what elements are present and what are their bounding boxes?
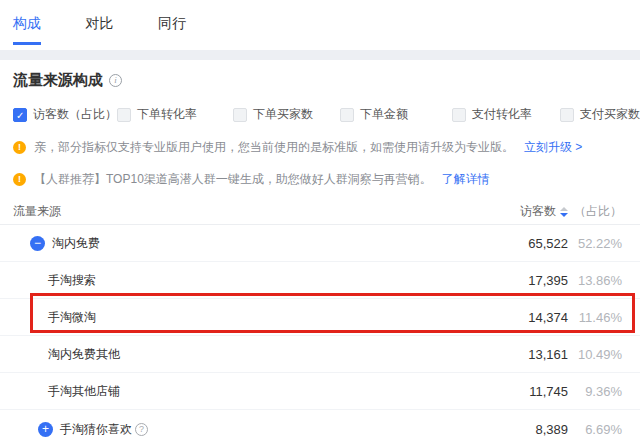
checkbox-icon[interactable]	[340, 108, 354, 122]
section-divider	[0, 50, 640, 60]
notice-text: 亲，部分指标仅支持专业版用户使用，您当前使用的是标准版，如需使用请升级为专业版。	[34, 140, 514, 154]
section-title-row: 流量来源构成 i	[0, 72, 640, 88]
table-row-other-shops[interactable]: 手淘其他店铺 11,745 9.36%	[0, 373, 640, 410]
checkbox-checked-icon[interactable]	[13, 108, 27, 122]
crowd-recommend-notice: ! 【人群推荐】TOP10渠道高潜人群一键生成，助您做好人群洞察与再营销。 了解…	[0, 172, 640, 186]
metric-visitors[interactable]: 访客数（占比）	[13, 106, 117, 123]
upgrade-notice: ! 亲，部分指标仅支持专业版用户使用，您当前使用的是标准版，如需使用请升级为专业…	[0, 140, 640, 154]
metric-label: 下单买家数	[253, 106, 313, 123]
checkbox-icon[interactable]	[560, 108, 574, 122]
table-row-search[interactable]: 手淘搜索 17,395 13.86%	[0, 262, 640, 299]
metric-order-conversion[interactable]: 下单转化率	[117, 106, 233, 123]
page-title: 流量来源构成	[13, 72, 103, 88]
ratio-value: 9.36%	[568, 384, 622, 399]
metric-label: 支付买家数	[580, 106, 640, 123]
table-row-weitao[interactable]: 手淘微淘 14,374 11.46%	[0, 299, 640, 336]
table-header: 流量来源 访客数 （占比）	[0, 199, 640, 225]
visitors-header-label: 访客数	[520, 203, 556, 220]
metric-checkbox-row: 访客数（占比） 下单转化率 下单买家数 下单金额 支付转化率 支付买家数	[0, 106, 640, 123]
tab-composition[interactable]: 构成	[13, 15, 41, 45]
visitors-value: 14,374	[472, 310, 568, 325]
metric-order-amount[interactable]: 下单金额	[340, 106, 452, 123]
learn-more-link[interactable]: 了解详情	[442, 172, 490, 186]
ratio-value: 52.22%	[568, 236, 622, 251]
row-label: 淘内免费	[52, 235, 100, 252]
checkbox-icon[interactable]	[233, 108, 247, 122]
metric-order-buyers[interactable]: 下单买家数	[233, 106, 340, 123]
metric-pay-buyers[interactable]: 支付买家数	[560, 106, 640, 123]
column-header-ratio: （占比）	[568, 203, 622, 220]
metric-pay-conversion[interactable]: 支付转化率	[452, 106, 560, 123]
table-row-guess-you-like[interactable]: + 手淘猜你喜欢 ? 8,389 6.69%	[0, 410, 640, 447]
collapse-icon[interactable]: −	[30, 236, 45, 251]
visitors-value: 65,522	[472, 236, 568, 251]
expand-icon[interactable]: +	[38, 422, 53, 437]
metric-label: 支付转化率	[472, 106, 532, 123]
column-header-visitors[interactable]: 访客数	[472, 203, 568, 220]
metric-label: 下单金额	[360, 106, 408, 123]
ratio-value: 11.46%	[568, 310, 622, 325]
table-row-free-other[interactable]: 淘内免费其他 13,161 10.49%	[0, 336, 640, 373]
tab-peers[interactable]: 同行	[158, 15, 186, 42]
sort-desc-icon	[560, 213, 568, 217]
visitors-value: 8,389	[472, 422, 568, 437]
ratio-value: 10.49%	[568, 347, 622, 362]
warning-icon: !	[13, 141, 26, 154]
checkbox-icon[interactable]	[117, 108, 131, 122]
ratio-value: 13.86%	[568, 273, 622, 288]
info-icon[interactable]: i	[109, 74, 122, 87]
visitors-value: 17,395	[472, 273, 568, 288]
row-label: 手淘微淘	[48, 309, 96, 326]
ratio-value: 6.69%	[568, 422, 622, 437]
sort-asc-icon	[560, 207, 568, 211]
metric-label: 下单转化率	[137, 106, 197, 123]
metric-label: 访客数（占比）	[33, 106, 117, 123]
tab-bar: 构成 对比 同行	[0, 0, 640, 50]
warning-icon: !	[13, 173, 26, 186]
checkbox-icon[interactable]	[452, 108, 466, 122]
table-row-taonei-free[interactable]: − 淘内免费 65,522 52.22%	[0, 225, 640, 262]
traffic-source-panel: 流量来源构成 i 访客数（占比） 下单转化率 下单买家数 下单金额 支付转化率 …	[0, 60, 640, 447]
tab-compare[interactable]: 对比	[85, 15, 113, 42]
row-label: 手淘搜索	[48, 272, 96, 289]
upgrade-link[interactable]: 立刻升级 >	[524, 140, 582, 154]
row-label: 淘内免费其他	[48, 346, 120, 363]
visitors-value: 13,161	[472, 347, 568, 362]
help-icon[interactable]: ?	[135, 423, 148, 436]
visitors-value: 11,745	[472, 384, 568, 399]
column-header-source: 流量来源	[13, 203, 472, 220]
row-label: 手淘猜你喜欢	[60, 421, 132, 438]
sort-icon[interactable]	[560, 207, 568, 217]
row-label: 手淘其他店铺	[48, 383, 120, 400]
notice-text: 【人群推荐】TOP10渠道高潜人群一键生成，助您做好人群洞察与再营销。	[34, 172, 432, 186]
